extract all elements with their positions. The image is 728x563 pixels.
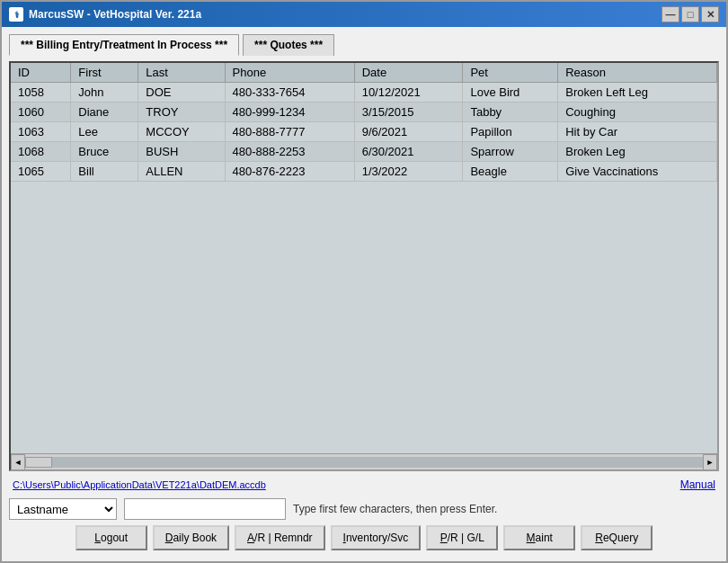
cell-phone: 480-999-1234 — [225, 103, 354, 122]
cell-pet: Love Bird — [463, 83, 558, 103]
cell-phone: 480-888-7777 — [225, 122, 354, 142]
ar-remndr-button[interactable]: A/R | Remndr — [235, 525, 324, 550]
cell-reason: Give Vaccinations — [558, 162, 717, 182]
main-window: ⚕ MarcusSW - VetHospital Ver. 221a — □ ✕… — [0, 0, 728, 563]
inventory-svc-button[interactable]: Inventory/Svc — [331, 525, 422, 550]
cell-date: 9/6/2021 — [354, 122, 463, 142]
cell-first: Diane — [71, 103, 138, 122]
scroll-thumb[interactable] — [25, 457, 52, 468]
cell-last: ALLEN — [138, 162, 225, 182]
table-row[interactable]: 1060DianeTROY480-999-12343/15/2015TabbyC… — [11, 103, 717, 122]
cell-reason: Broken Left Leg — [558, 83, 717, 103]
main-content: *** Billing Entry/Treatment In Process *… — [2, 27, 726, 561]
cell-date: 1/3/2022 — [354, 162, 463, 182]
pr-gl-button[interactable]: P/R | G/L — [426, 525, 498, 550]
manual-link[interactable]: Manual — [680, 478, 715, 491]
button-bar: Logout Daily Book A/R | Remndr Inventory… — [9, 525, 719, 554]
table-body: 1058JohnDOE480-333-765410/12/2021Love Bi… — [11, 83, 717, 182]
search-hint: Type first few characters, then press En… — [293, 503, 497, 515]
cell-phone: 480-876-2223 — [225, 162, 354, 182]
cell-date: 10/12/2021 — [354, 83, 463, 103]
cell-id: 1060 — [11, 103, 71, 122]
cell-reason: Coughing — [558, 103, 717, 122]
data-table: ID First Last Phone Date Pet Reason 1058… — [11, 63, 717, 182]
cell-id: 1063 — [11, 122, 71, 142]
cell-last: TROY — [138, 103, 225, 122]
cell-pet: Tabby — [463, 103, 558, 122]
tab-billing[interactable]: *** Billing Entry/Treatment In Process *… — [9, 34, 239, 56]
table-row[interactable]: 1065BillALLEN480-876-22231/3/2022BeagleG… — [11, 162, 717, 182]
cell-first: Bruce — [71, 142, 138, 162]
cell-date: 6/30/2021 — [354, 142, 463, 162]
db-path[interactable]: C:\Users\Public\ApplicationData\VET221a\… — [13, 479, 266, 490]
col-pet: Pet — [463, 63, 558, 83]
cell-phone: 480-888-2253 — [225, 142, 354, 162]
minimize-button[interactable]: — — [661, 6, 679, 22]
table-container: ID First Last Phone Date Pet Reason 1058… — [9, 61, 719, 471]
table-header-row: ID First Last Phone Date Pet Reason — [11, 63, 717, 83]
scroll-track[interactable] — [25, 457, 703, 468]
cell-id: 1058 — [11, 83, 71, 103]
window-title: MarcusSW - VetHospital Ver. 221a — [29, 8, 201, 21]
table-row[interactable]: 1068BruceBUSH480-888-22536/30/2021Sparro… — [11, 142, 717, 162]
cell-first: John — [71, 83, 138, 103]
cell-first: Bill — [71, 162, 138, 182]
title-bar: ⚕ MarcusSW - VetHospital Ver. 221a — □ ✕ — [2, 2, 726, 27]
cell-pet: Beagle — [463, 162, 558, 182]
cell-first: Lee — [71, 122, 138, 142]
logout-button[interactable]: Logout — [75, 525, 147, 550]
cell-date: 3/15/2015 — [354, 103, 463, 122]
col-date: Date — [354, 63, 463, 83]
close-button[interactable]: ✕ — [701, 6, 719, 22]
cell-last: DOE — [138, 83, 225, 103]
cell-id: 1065 — [11, 162, 71, 182]
table-row[interactable]: 1058JohnDOE480-333-765410/12/2021Love Bi… — [11, 83, 717, 103]
tab-bar: *** Billing Entry/Treatment In Process *… — [9, 34, 719, 56]
cell-pet: Sparrow — [463, 142, 558, 162]
cell-id: 1068 — [11, 142, 71, 162]
col-phone: Phone — [225, 63, 354, 83]
col-last: Last — [138, 63, 225, 83]
scroll-left-button[interactable]: ◄ — [11, 454, 25, 470]
col-reason: Reason — [558, 63, 717, 83]
scroll-right-button[interactable]: ► — [703, 454, 717, 470]
search-input[interactable] — [124, 498, 286, 520]
col-first: First — [71, 63, 138, 83]
search-select[interactable]: Lastname Firstname Phone ID — [9, 498, 117, 520]
cell-reason: Hit by Car — [558, 122, 717, 142]
maint-button[interactable]: Maint — [503, 525, 575, 550]
app-icon: ⚕ — [9, 7, 23, 22]
status-bar: C:\Users\Public\ApplicationData\VET221a\… — [9, 477, 719, 493]
table-wrapper[interactable]: ID First Last Phone Date Pet Reason 1058… — [11, 63, 717, 453]
search-row: Lastname Firstname Phone ID Type first f… — [9, 498, 719, 520]
tab-quotes[interactable]: *** Quotes *** — [243, 34, 334, 56]
cell-pet: Papillon — [463, 122, 558, 142]
title-bar-controls: — □ ✕ — [661, 6, 719, 22]
cell-last: MCCOY — [138, 122, 225, 142]
cell-last: BUSH — [138, 142, 225, 162]
cell-phone: 480-333-7654 — [225, 83, 354, 103]
maximize-button[interactable]: □ — [681, 6, 699, 22]
daily-book-button[interactable]: Daily Book — [153, 525, 229, 550]
cell-reason: Broken Leg — [558, 142, 717, 162]
title-bar-left: ⚕ MarcusSW - VetHospital Ver. 221a — [9, 7, 201, 22]
requery-button[interactable]: ReQuery — [581, 525, 653, 550]
col-id: ID — [11, 63, 71, 83]
table-row[interactable]: 1063LeeMCCOY480-888-77779/6/2021Papillon… — [11, 122, 717, 142]
horizontal-scrollbar[interactable]: ◄ ► — [11, 453, 717, 469]
